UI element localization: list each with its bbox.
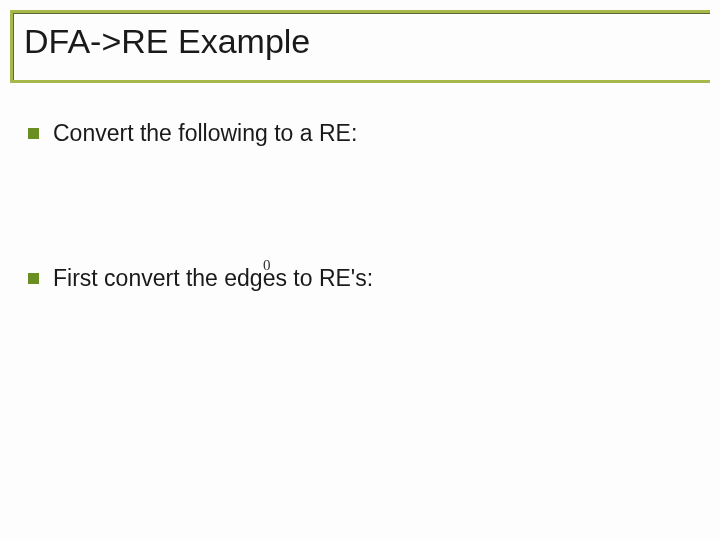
square-bullet-icon xyxy=(28,273,39,284)
title-rule-top-shadow xyxy=(10,13,710,14)
bullet-text: Convert the following to a RE: xyxy=(53,120,357,147)
list-item: Convert the following to a RE: xyxy=(28,120,692,147)
diagram-label: 0 xyxy=(263,257,271,274)
title-rule-left-shadow xyxy=(13,13,14,80)
content-area: Convert the following to a RE: First con… xyxy=(28,120,692,410)
title-rule-bottom xyxy=(10,80,710,83)
square-bullet-icon xyxy=(28,128,39,139)
list-item: First convert the edges to RE's: xyxy=(28,265,692,292)
slide-title: DFA->RE Example xyxy=(24,22,310,61)
bullet-text: First convert the edges to RE's: xyxy=(53,265,373,292)
